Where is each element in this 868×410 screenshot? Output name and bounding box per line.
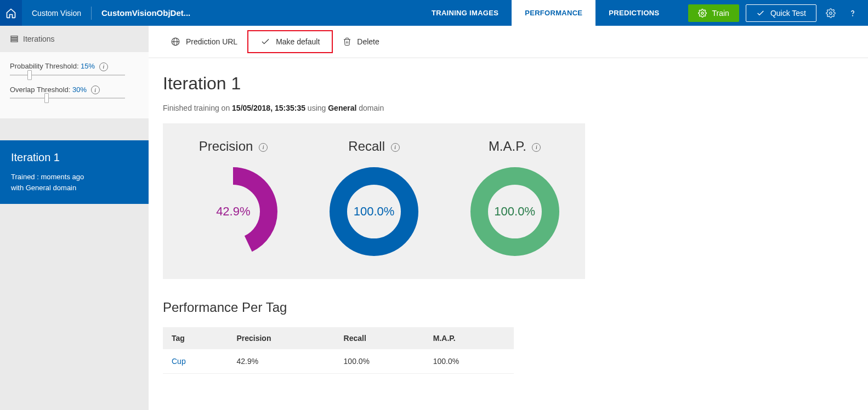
- info-icon[interactable]: i: [532, 143, 541, 152]
- iterations-label: Iterations: [23, 35, 55, 43]
- check-icon: [260, 37, 270, 47]
- metric-value: 100.0%: [494, 204, 535, 219]
- overlap-threshold: Overlap Threshold: 30% i: [10, 86, 139, 95]
- info-icon[interactable]: i: [99, 62, 108, 71]
- help-button[interactable]: [845, 5, 860, 21]
- metric-map: M.A.P. i 100.0%: [444, 139, 585, 258]
- iterations-icon: [10, 35, 19, 43]
- globe-icon: [171, 37, 180, 47]
- table-header[interactable]: Recall: [335, 327, 424, 349]
- metric-precision: Precision i 42.9%: [163, 139, 304, 258]
- metric-donut: 42.9%: [186, 165, 280, 258]
- app-body: Iterations Probability Threshold: 15% i …: [0, 26, 868, 410]
- iteration-card-line1: Trained : moments ago: [11, 172, 138, 183]
- metric-title: M.A.P. i: [444, 139, 585, 154]
- app-header: Custom Vision CustomVisionObjDet... TRAI…: [0, 0, 868, 26]
- svg-point-0: [701, 12, 704, 14]
- train-button[interactable]: Train: [688, 4, 739, 22]
- probability-slider[interactable]: [10, 75, 125, 76]
- metric-value: 42.9%: [216, 204, 250, 219]
- threshold-panel: Probability Threshold: 15% i Overlap Thr…: [0, 52, 149, 118]
- iteration-card[interactable]: Iteration 1 Trained : moments ago with G…: [0, 140, 149, 204]
- main-content: Prediction URL Make default Delete Itera…: [149, 26, 868, 410]
- table-header[interactable]: M.A.P.: [424, 327, 514, 349]
- training-subtitle: Finished training on 15/05/2018, 15:35:3…: [163, 104, 854, 112]
- svg-rect-4: [11, 38, 18, 40]
- gear-icon: [826, 8, 836, 18]
- quick-test-label: Quick Test: [770, 9, 806, 18]
- metric-recall: Recall i 100.0%: [304, 139, 445, 258]
- brand-label[interactable]: Custom Vision: [22, 9, 91, 18]
- iteration-card-title: Iteration 1: [11, 151, 138, 164]
- page-title: Iteration 1: [163, 73, 854, 94]
- svg-rect-5: [11, 41, 18, 42]
- gear-icon: [698, 9, 707, 18]
- perf-per-tag-title: Performance Per Tag: [163, 300, 854, 315]
- svg-point-1: [830, 12, 832, 14]
- info-icon[interactable]: i: [259, 143, 268, 152]
- table-row: Cup 42.9% 100.0% 100.0%: [163, 349, 514, 374]
- trash-icon: [343, 37, 351, 46]
- cell-precision: 42.9%: [228, 349, 334, 374]
- header-actions: Train Quick Test: [684, 4, 869, 22]
- info-icon[interactable]: i: [91, 86, 100, 94]
- content: Iteration 1 Finished training on 15/05/2…: [149, 58, 868, 389]
- cell-map: 100.0%: [424, 349, 514, 374]
- info-icon[interactable]: i: [391, 143, 400, 152]
- table-header[interactable]: Precision: [228, 327, 334, 349]
- project-name[interactable]: CustomVisionObjDet...: [92, 8, 200, 18]
- perf-table: TagPrecisionRecallM.A.P. Cup 42.9% 100.0…: [163, 327, 514, 374]
- metric-donut: 100.0%: [468, 165, 561, 258]
- tab-predictions[interactable]: PREDICTIONS: [595, 0, 672, 26]
- metric-title: Recall i: [304, 139, 445, 154]
- metric-donut: 100.0%: [327, 165, 421, 258]
- svg-point-2: [853, 15, 853, 16]
- train-label: Train: [712, 9, 729, 18]
- main-tabs: TRAINING IMAGES PERFORMANCE PREDICTIONS: [418, 0, 673, 26]
- metrics-panel: Precision i 42.9% Recall i 100.0% M.A.P.…: [163, 123, 585, 279]
- sidebar: Iterations Probability Threshold: 15% i …: [0, 26, 149, 410]
- settings-button[interactable]: [823, 5, 838, 21]
- iteration-card-line2: with General domain: [11, 183, 138, 193]
- metric-value: 100.0%: [354, 204, 395, 219]
- prediction-url-button[interactable]: Prediction URL: [161, 30, 247, 53]
- cell-recall: 100.0%: [335, 349, 424, 374]
- metric-title: Precision i: [163, 139, 304, 154]
- help-icon: [848, 8, 858, 18]
- tag-link[interactable]: Cup: [163, 349, 228, 374]
- tab-performance[interactable]: PERFORMANCE: [512, 0, 595, 26]
- home-button[interactable]: [0, 0, 22, 26]
- overlap-slider[interactable]: [10, 98, 125, 99]
- tab-training-images[interactable]: TRAINING IMAGES: [418, 0, 512, 26]
- svg-rect-3: [11, 36, 18, 38]
- table-header[interactable]: Tag: [163, 327, 228, 349]
- toolbar: Prediction URL Make default Delete: [149, 26, 868, 58]
- delete-button[interactable]: Delete: [333, 30, 389, 53]
- iterations-header[interactable]: Iterations: [0, 26, 149, 52]
- check-icon: [756, 9, 765, 18]
- make-default-button[interactable]: Make default: [247, 30, 333, 53]
- quick-test-button[interactable]: Quick Test: [746, 4, 816, 22]
